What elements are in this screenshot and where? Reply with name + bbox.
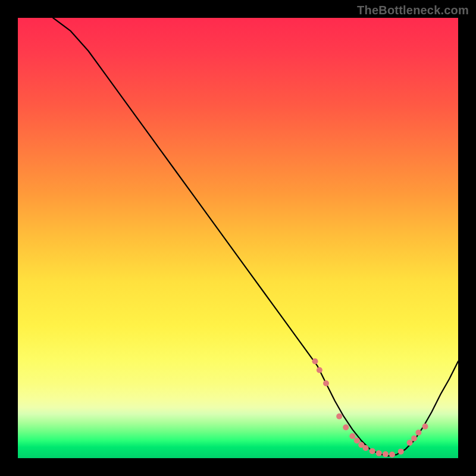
highlight-dot <box>389 452 395 458</box>
highlight-dot <box>323 380 329 386</box>
highlight-dot <box>383 451 389 457</box>
highlight-dot <box>376 450 382 456</box>
highlight-dot <box>358 442 364 448</box>
highlight-dot <box>317 367 322 373</box>
bottleneck-curve <box>53 18 458 456</box>
highlight-dots <box>312 358 428 458</box>
watermark-text: TheBottleneck.com <box>357 4 469 17</box>
highlight-dot <box>415 430 421 436</box>
dots-svg <box>18 18 458 458</box>
highlight-dot <box>407 440 413 446</box>
highlight-dot <box>411 436 417 441</box>
highlight-dot <box>349 433 355 439</box>
highlight-dot <box>398 449 404 455</box>
highlight-dot <box>422 424 428 430</box>
highlight-dot <box>336 414 342 419</box>
highlight-dot <box>354 437 360 443</box>
highlight-dot <box>369 448 375 454</box>
plot-area <box>18 18 458 458</box>
highlight-dot <box>363 445 369 451</box>
highlight-dot <box>312 358 318 364</box>
curve-svg <box>18 18 458 458</box>
chart-container: TheBottleneck.com <box>0 0 476 476</box>
highlight-dot <box>343 424 349 430</box>
